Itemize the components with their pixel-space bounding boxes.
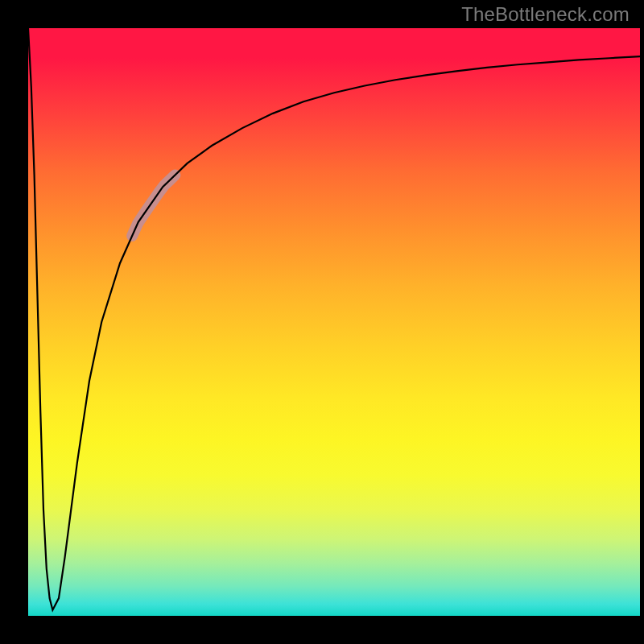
- bottleneck-curve-highlight: [132, 175, 175, 236]
- watermark-text: TheBottleneck.com: [461, 3, 630, 26]
- plot-area: [28, 28, 640, 616]
- bottleneck-curve: [28, 28, 640, 610]
- chart-container: TheBottleneck.com: [0, 0, 644, 644]
- curve-layer: [28, 28, 640, 616]
